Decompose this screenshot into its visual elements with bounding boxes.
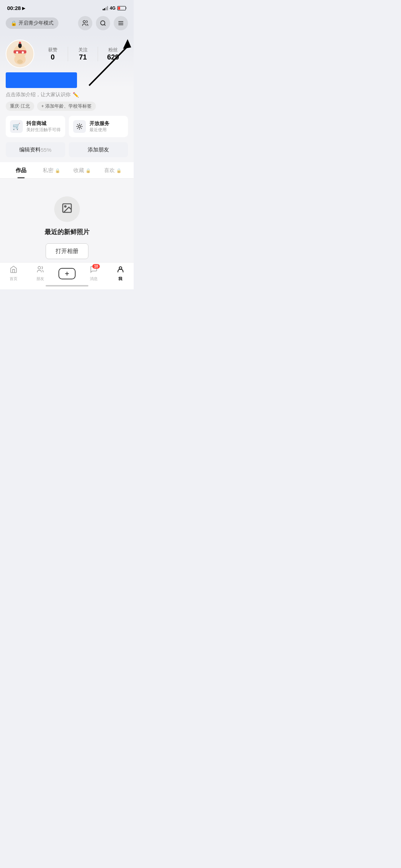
tags-row: 重庆·江北 + 添加年龄、学校等标签 — [6, 102, 128, 111]
stat-likes[interactable]: 获赞 0 — [38, 47, 68, 61]
signal-bar-4 — [107, 6, 108, 10]
open-service-icon — [73, 120, 86, 133]
service-cards: 🛒 抖音商城 美好生活触手可得 开放服务 最近使用 — [0, 111, 134, 142]
content-tabs: 作品 私密 🔒 收藏 🔒 喜欢 🔒 — [0, 162, 134, 179]
svg-point-1 — [101, 21, 105, 25]
profile-section: 获赞 0 关注 71 粉丝 629 — [0, 34, 134, 88]
shop-name: 抖音商城 — [26, 120, 61, 127]
svg-line-2 — [104, 24, 105, 25]
status-icons: 4G — [103, 6, 127, 11]
home-label: 首页 — [10, 276, 17, 281]
tab-friends[interactable]: 朋友 — [27, 265, 53, 281]
stat-followers-label: 粉丝 — [98, 47, 128, 53]
avatar[interactable] — [6, 40, 34, 68]
svg-point-17 — [78, 125, 81, 128]
tab-likes[interactable]: 喜欢 🔒 — [97, 162, 128, 178]
top-nav: 🔒 开启青少年模式 — [0, 13, 134, 34]
me-label: 我 — [118, 276, 122, 281]
messages-label: 消息 — [90, 276, 98, 281]
tab-favorites[interactable]: 收藏 🔒 — [67, 162, 98, 178]
battery — [117, 6, 127, 10]
nav-icons — [78, 16, 128, 30]
open-service-info: 开放服务 最近使用 — [89, 120, 109, 133]
avatar-image — [7, 41, 33, 67]
tab-me[interactable]: 我 — [107, 265, 134, 281]
youth-mode-button[interactable]: 🔒 开启青少年模式 — [6, 17, 58, 29]
add-tab-wrap[interactable] — [53, 268, 80, 279]
stats-row: 获赞 0 关注 71 粉丝 629 — [34, 47, 128, 61]
tab-works[interactable]: 作品 — [6, 162, 36, 178]
svg-point-16 — [17, 60, 23, 64]
signal-bar-1 — [103, 9, 104, 10]
search-icon-button[interactable] — [96, 16, 110, 30]
edit-icon: ✏️ — [73, 92, 79, 98]
svg-point-12 — [22, 51, 24, 53]
stat-following-value: 71 — [68, 53, 98, 61]
svg-point-20 — [38, 267, 40, 269]
shop-icon: 🛒 — [10, 120, 23, 133]
stat-likes-value: 0 — [38, 53, 68, 61]
stat-followers-value: 629 — [98, 53, 128, 61]
svg-point-15 — [19, 42, 21, 44]
service-card-open[interactable]: 开放服务 最近使用 — [69, 116, 128, 137]
add-friend-button[interactable]: 添加朋友 — [69, 142, 128, 157]
bio-area: 点击添加介绍，让大家认识你 ✏️ 重庆·江北 + 添加年龄、学校等标签 — [0, 88, 134, 111]
likes-lock-icon: 🔒 — [116, 168, 122, 173]
battery-body — [117, 6, 126, 10]
stat-likes-label: 获赞 — [38, 47, 68, 53]
open-album-button[interactable]: 打开相册 — [46, 243, 88, 259]
tab-messages[interactable]: 10 消息 — [80, 265, 107, 281]
me-icon — [117, 265, 124, 275]
location-icon: ▶ — [22, 6, 25, 11]
shop-info: 抖音商城 美好生活触手可得 — [26, 120, 61, 133]
open-service-name: 开放服务 — [89, 120, 109, 127]
shop-desc: 美好生活触手可得 — [26, 127, 61, 133]
svg-point-19 — [65, 206, 66, 207]
empty-content-area: 最近的新鲜照片 打开相册 — [0, 179, 134, 270]
favorites-lock-icon: 🔒 — [86, 168, 91, 173]
action-buttons: 编辑资料 55% 添加朋友 — [0, 142, 134, 162]
friends-icon-button[interactable] — [78, 16, 92, 30]
bio-content: 点击添加介绍，让大家认识你 — [6, 92, 71, 98]
friends-label: 朋友 — [36, 276, 44, 281]
empty-icon-wrap — [54, 196, 80, 222]
battery-fill — [118, 7, 120, 10]
signal-bars — [103, 6, 108, 10]
youth-mode-label: 开启青少年模式 — [19, 20, 53, 26]
signal-bar-2 — [104, 8, 105, 10]
svg-point-11 — [16, 51, 18, 53]
menu-icon-button[interactable] — [114, 16, 128, 30]
image-icon — [61, 202, 73, 216]
bio-text[interactable]: 点击添加介绍，让大家认识你 ✏️ — [6, 92, 128, 98]
network-label: 4G — [110, 6, 115, 11]
home-icon — [10, 265, 17, 275]
add-tag-button[interactable]: + 添加年龄、学校等标签 — [37, 102, 96, 111]
svg-point-0 — [83, 21, 86, 23]
status-time: 00:28 — [7, 5, 21, 11]
add-content-button[interactable] — [58, 268, 76, 279]
signal-bar-3 — [106, 7, 107, 10]
open-service-desc: 最近使用 — [89, 127, 109, 133]
youth-mode-icon: 🔒 — [11, 20, 17, 26]
friends-bottom-icon — [36, 265, 44, 275]
stat-followers[interactable]: 粉丝 629 — [98, 47, 128, 61]
status-bar: 00:28 ▶ 4G — [0, 0, 134, 13]
username-area — [6, 72, 77, 88]
stat-following-label: 关注 — [68, 47, 98, 53]
location-tag[interactable]: 重庆·江北 — [6, 102, 34, 111]
message-badge: 10 — [92, 264, 100, 269]
empty-title: 最近的新鲜照片 — [45, 228, 89, 236]
edit-profile-button[interactable]: 编辑资料 55% — [6, 142, 65, 157]
tab-home[interactable]: 首页 — [0, 265, 27, 281]
svg-rect-10 — [14, 50, 26, 53]
tab-private[interactable]: 私密 🔒 — [36, 162, 67, 178]
home-indicator — [46, 285, 88, 286]
battery-tip — [126, 7, 127, 9]
service-card-shop[interactable]: 🛒 抖音商城 美好生活触手可得 — [6, 116, 65, 137]
profile-top: 获赞 0 关注 71 粉丝 629 — [6, 40, 128, 68]
private-lock-icon: 🔒 — [55, 168, 60, 173]
stat-following[interactable]: 关注 71 — [68, 47, 98, 61]
